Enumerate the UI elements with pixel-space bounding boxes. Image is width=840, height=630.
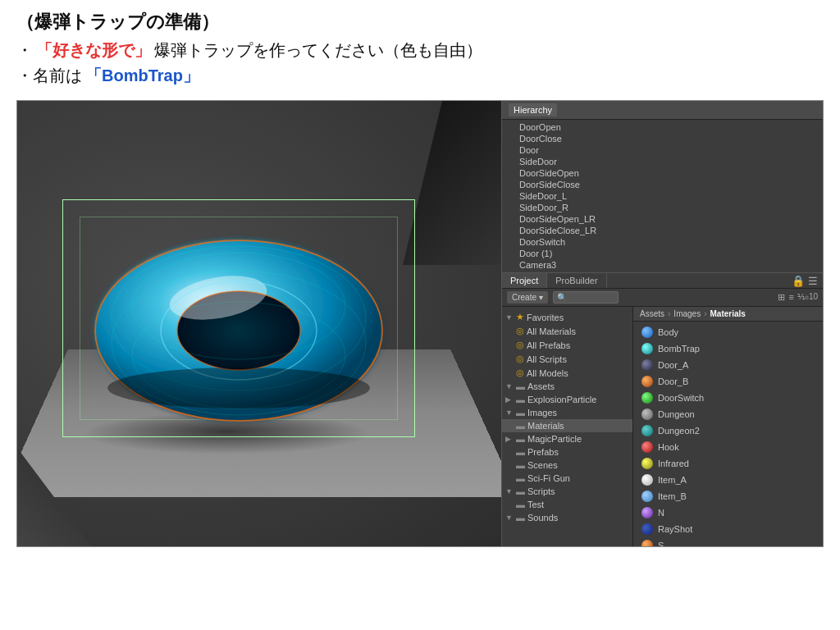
tree-magicparticle[interactable]: ▶ ▬ MagicParticle bbox=[502, 432, 632, 445]
tree-all-models[interactable]: ◎ All Models bbox=[502, 366, 632, 380]
project-panel: Project ProBuilder 🔒 ☰ Create ▾ ⊞ ≡ ⅒10 bbox=[502, 273, 823, 546]
breadcrumb-sep1: › bbox=[668, 309, 670, 318]
hier-item-door1[interactable]: Door (1) bbox=[502, 248, 823, 259]
tree-images[interactable]: ▼ ▬ Images bbox=[502, 406, 632, 419]
favorite-icon-materials: ◎ bbox=[516, 326, 524, 336]
asset-item-dungeon2[interactable]: Dungeon2 bbox=[638, 423, 818, 438]
asset-item-dungeon[interactable]: Dungeon bbox=[638, 407, 818, 422]
tree-arrow: ▶ bbox=[505, 435, 514, 443]
tab-probuilder[interactable]: ProBuilder bbox=[547, 273, 606, 288]
asset-item-hook[interactable]: Hook bbox=[638, 440, 818, 454]
asset-item-bombtrap[interactable]: BombTrap bbox=[638, 341, 818, 356]
hier-item-doorsideclose-lr[interactable]: DoorSideClose_LR bbox=[502, 225, 823, 236]
hier-label: DoorSideOpen_LR bbox=[519, 214, 596, 224]
asset-item-item-a[interactable]: Item_A bbox=[638, 472, 818, 487]
mat-icon-hook bbox=[641, 441, 653, 453]
torus-object bbox=[66, 208, 411, 437]
folder-icon-assets: ▬ bbox=[516, 381, 525, 391]
list-icon[interactable]: ≡ bbox=[788, 292, 793, 303]
tree-label-all-prefabs: All Prefabs bbox=[527, 340, 570, 350]
search-input[interactable] bbox=[553, 291, 619, 304]
create-button[interactable]: Create ▾ bbox=[507, 291, 548, 304]
tree-label-all-models: All Models bbox=[527, 368, 568, 378]
project-tabs: Project ProBuilder 🔒 ☰ bbox=[502, 273, 823, 289]
tree-assets[interactable]: ▼ ▬ Assets bbox=[502, 380, 632, 393]
hier-item-doorsideclose[interactable]: DoorSideClose bbox=[502, 179, 823, 190]
hier-item-doorclose[interactable]: DoorClose bbox=[502, 133, 823, 144]
view-icons: ⊞ ≡ ⅒10 bbox=[778, 292, 818, 303]
mat-icon-infrared bbox=[641, 458, 653, 469]
asset-item-rayshot[interactable]: RayShot bbox=[638, 522, 818, 536]
folder-icon-scifi: ▬ bbox=[516, 473, 525, 483]
mat-icon-n bbox=[641, 507, 653, 518]
asset-item-s[interactable]: S bbox=[638, 538, 818, 546]
asset-label-n: N bbox=[658, 508, 664, 518]
tree-scripts[interactable]: ▼ ▬ Scripts bbox=[502, 485, 632, 498]
asset-item-door-b[interactable]: Door_B bbox=[638, 374, 818, 389]
asset-list: Body BombTrap Door_A Door_B bbox=[633, 322, 823, 546]
tree-label-all-scripts: All Scripts bbox=[527, 354, 567, 364]
folder-icon-scenes: ▬ bbox=[516, 460, 525, 470]
grid-icon[interactable]: ⊞ bbox=[778, 292, 785, 303]
asset-label-item-a: Item_A bbox=[658, 475, 687, 485]
hier-label: DoorSideClose bbox=[519, 180, 580, 189]
hier-label: Door bbox=[519, 145, 539, 155]
asset-item-door-a[interactable]: Door_A bbox=[638, 358, 818, 372]
tree-scenes[interactable]: ▬ Scenes bbox=[502, 459, 632, 472]
project-toolbar: Create ▾ ⊞ ≡ ⅒10 bbox=[502, 289, 823, 307]
main-area: Hierarchy DoorOpen DoorClose Door SideD bbox=[16, 100, 824, 547]
tree-label-all-materials: All Materials bbox=[527, 326, 576, 336]
hier-label: DoorClose bbox=[519, 134, 562, 144]
hier-label: SideDoor_R bbox=[519, 203, 568, 212]
tree-test[interactable]: ▬ Test bbox=[502, 498, 632, 511]
section-title: （爆弾トラップの準備） bbox=[16, 10, 824, 34]
tab-project[interactable]: Project bbox=[502, 273, 547, 288]
tree-label-prefabs: Prefabs bbox=[527, 447, 559, 457]
favorite-icon-scripts: ◎ bbox=[516, 354, 524, 364]
lock-icon: 🔒 bbox=[792, 275, 805, 287]
tree-label-scifi: Sci-Fi Gun bbox=[527, 473, 570, 483]
project-toolbar-icons: 🔒 ☰ bbox=[792, 275, 823, 287]
tree-label-explosion: ExplosionParticle bbox=[527, 395, 596, 404]
tree-arrow-favorites: ▼ bbox=[505, 313, 514, 322]
hier-item-dooropen[interactable]: DoorOpen bbox=[502, 121, 823, 133]
asset-label-doorswitch: DoorSwitch bbox=[658, 393, 704, 403]
tree-label-magic: MagicParticle bbox=[527, 434, 582, 444]
folder-icon-favorites: ★ bbox=[516, 312, 524, 322]
tree-scifi[interactable]: ▬ Sci-Fi Gun bbox=[502, 472, 632, 485]
svg-point-11 bbox=[107, 368, 370, 409]
mat-icon-item-b bbox=[641, 491, 653, 502]
asset-label-dungeon2: Dungeon2 bbox=[658, 426, 700, 436]
hier-item-doorsideopen-lr[interactable]: DoorSideOpen_LR bbox=[502, 213, 823, 225]
mat-icon-doorswitch bbox=[641, 392, 653, 404]
asset-item-infrared[interactable]: Infrared bbox=[638, 456, 818, 471]
hier-item-sidedoor-l[interactable]: SideDoor_L bbox=[502, 190, 823, 202]
tree-favorites[interactable]: ▼ ★ Favorites bbox=[502, 310, 632, 324]
breadcrumb-sep2: › bbox=[704, 309, 706, 318]
hier-item-camera3[interactable]: Camera3 bbox=[502, 259, 823, 271]
asset-label-door-b: Door_B bbox=[658, 377, 688, 386]
asset-item-doorswitch[interactable]: DoorSwitch bbox=[638, 390, 818, 405]
tree-all-scripts[interactable]: ◎ All Scripts bbox=[502, 352, 632, 366]
project-content: ▼ ★ Favorites ◎ All Materials ◎ All Pref… bbox=[502, 307, 823, 546]
tree-sounds[interactable]: ▼ ▬ Sounds bbox=[502, 511, 632, 524]
tree-all-prefabs[interactable]: ◎ All Prefabs bbox=[502, 338, 632, 352]
tree-materials[interactable]: ▬ Materials bbox=[502, 419, 632, 432]
viewport-3d[interactable] bbox=[17, 101, 501, 546]
asset-item-body[interactable]: Body bbox=[638, 325, 818, 340]
hierarchy-tab[interactable]: Hierarchy bbox=[509, 103, 557, 116]
hier-item-sidedoor-r[interactable]: SideDoor_R bbox=[502, 202, 823, 213]
asset-label-item-b: Item_B bbox=[658, 491, 687, 501]
tree-explosion[interactable]: ▶ ▬ ExplosionParticle bbox=[502, 393, 632, 406]
hier-item-sidedoor[interactable]: SideDoor bbox=[502, 156, 823, 167]
asset-item-n[interactable]: N bbox=[638, 505, 818, 520]
hier-item-door[interactable]: Door bbox=[502, 144, 823, 156]
asset-item-item-b[interactable]: Item_B bbox=[638, 489, 818, 504]
instructions-area: （爆弾トラップの準備） ・ 「好きな形で」 爆弾トラップを作ってください（色も自… bbox=[0, 0, 840, 97]
tree-all-materials[interactable]: ◎ All Materials bbox=[502, 324, 632, 338]
mat-icon-door-b bbox=[641, 376, 653, 387]
hier-item-doorsideopen[interactable]: DoorSideOpen bbox=[502, 167, 823, 179]
mat-icon-door-a bbox=[641, 359, 653, 371]
tree-prefabs[interactable]: ▬ Prefabs bbox=[502, 445, 632, 459]
hier-item-doorswitch[interactable]: DoorSwitch bbox=[502, 236, 823, 248]
